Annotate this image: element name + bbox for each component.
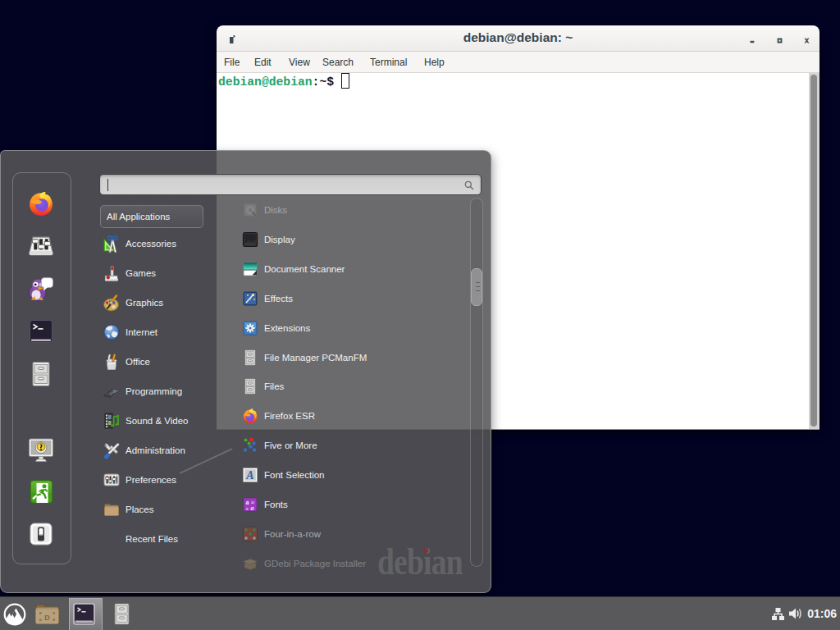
- svg-text:A: A: [245, 469, 253, 482]
- svg-text:a: a: [251, 504, 254, 512]
- svg-text:D: D: [44, 614, 50, 622]
